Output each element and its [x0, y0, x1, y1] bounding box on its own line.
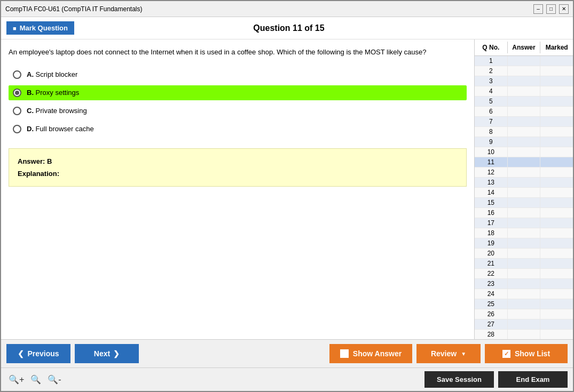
side-list-row[interactable]: 10: [475, 147, 573, 157]
side-list-row[interactable]: 25: [475, 299, 573, 309]
side-cell-marked: [540, 76, 573, 86]
side-panel-header: Q No. Answer Marked: [475, 39, 573, 56]
option-d-row[interactable]: D. Full browser cache: [9, 122, 467, 137]
side-cell-qno: 5: [475, 97, 508, 106]
side-cell-answer: [508, 259, 541, 268]
save-session-button[interactable]: Save Session: [424, 371, 494, 388]
side-cell-marked: [540, 117, 573, 126]
zoom-reset-button[interactable]: 🔍: [28, 373, 43, 386]
side-list-row[interactable]: 27: [475, 319, 573, 330]
side-list-row[interactable]: 22: [475, 269, 573, 279]
toolbar: ■ Mark Question Question 11 of 15: [1, 17, 573, 39]
side-cell-marked: [540, 309, 573, 319]
question-text: An employee's laptop does not connect to…: [9, 47, 467, 58]
option-a-text: A. Script blocker: [27, 70, 77, 78]
show-list-button[interactable]: ✓ Show List: [485, 344, 568, 363]
review-button[interactable]: Review ▼: [416, 344, 481, 363]
mark-question-button[interactable]: ■ Mark Question: [6, 21, 74, 35]
side-cell-marked: [540, 157, 573, 167]
side-cell-answer: [508, 97, 541, 106]
chevron-right-icon: [113, 349, 120, 358]
option-b-row[interactable]: B. Proxy settings: [9, 85, 467, 100]
side-cell-answer: [508, 167, 541, 177]
zoom-out-button[interactable]: 🔍-: [45, 373, 63, 386]
side-list-row[interactable]: 1: [475, 56, 573, 66]
option-c-radio[interactable]: [13, 107, 21, 115]
next-button[interactable]: Next: [75, 344, 139, 363]
side-list-row[interactable]: 9: [475, 137, 573, 147]
side-cell-qno: 10: [475, 147, 508, 157]
side-list-row[interactable]: 14: [475, 188, 573, 198]
side-list-row[interactable]: 18: [475, 228, 573, 238]
side-list-row[interactable]: 7: [475, 117, 573, 127]
app-window: CompTIA FC0-U61 (CompTIA IT Fundamentals…: [0, 0, 574, 392]
side-cell-answer: [508, 127, 541, 137]
side-cell-qno: 27: [475, 319, 508, 329]
next-label: Next: [94, 349, 110, 358]
side-list-row[interactable]: 5: [475, 97, 573, 107]
show-list-checkbox-icon: ✓: [502, 350, 510, 358]
side-cell-qno: 13: [475, 178, 508, 187]
side-cell-qno: 23: [475, 279, 508, 289]
side-cell-qno: 21: [475, 259, 508, 268]
side-list-row[interactable]: 21: [475, 259, 573, 269]
side-cell-qno: 9: [475, 137, 508, 147]
previous-button[interactable]: Previous: [6, 344, 70, 363]
side-cell-answer: [508, 188, 541, 197]
col-qno: Q No.: [475, 42, 508, 53]
window-title: CompTIA FC0-U61 (CompTIA IT Fundamentals…: [5, 5, 143, 13]
side-list[interactable]: 1234567891011121314151617181920212223242…: [475, 56, 573, 339]
option-a-radio[interactable]: [13, 70, 21, 79]
side-list-row[interactable]: 2: [475, 66, 573, 76]
side-list-row[interactable]: 12: [475, 167, 573, 178]
option-a-row[interactable]: A. Script blocker: [9, 67, 467, 82]
side-cell-marked: [540, 97, 573, 106]
side-cell-marked: [540, 238, 573, 248]
side-list-row[interactable]: 26: [475, 309, 573, 319]
end-exam-button[interactable]: End Exam: [498, 371, 568, 388]
zoom-in-button[interactable]: 🔍+: [6, 373, 26, 386]
side-cell-answer: [508, 198, 541, 207]
answer-line: Answer: B: [18, 157, 458, 165]
show-list-label: Show List: [515, 349, 550, 358]
side-list-row[interactable]: 11: [475, 157, 573, 167]
minimize-button[interactable]: –: [533, 4, 543, 14]
side-cell-qno: 14: [475, 188, 508, 197]
side-cell-qno: 17: [475, 218, 508, 228]
side-cell-marked: [540, 178, 573, 187]
close-button[interactable]: ✕: [559, 4, 569, 14]
bottom-bar: Previous Next Show Answer Review ▼ ✓ Sho…: [1, 339, 573, 367]
side-cell-qno: 11: [475, 157, 508, 167]
side-list-row[interactable]: 3: [475, 76, 573, 86]
maximize-button[interactable]: □: [546, 4, 556, 14]
side-cell-qno: 2: [475, 66, 508, 76]
option-c-row[interactable]: C. Private browsing: [9, 103, 467, 118]
side-cell-marked: [540, 319, 573, 329]
side-list-row[interactable]: 4: [475, 86, 573, 97]
side-list-row[interactable]: 13: [475, 178, 573, 188]
side-list-row[interactable]: 15: [475, 198, 573, 208]
side-list-row[interactable]: 23: [475, 279, 573, 289]
side-cell-marked: [540, 137, 573, 147]
side-list-row[interactable]: 24: [475, 289, 573, 299]
side-cell-marked: [540, 56, 573, 66]
side-list-row[interactable]: 16: [475, 208, 573, 218]
side-cell-marked: [540, 228, 573, 238]
side-list-row[interactable]: 28: [475, 330, 573, 339]
option-b-radio[interactable]: [13, 89, 21, 97]
side-list-row[interactable]: 6: [475, 107, 573, 117]
option-d-radio[interactable]: [13, 125, 21, 133]
side-cell-answer: [508, 147, 541, 157]
side-list-row[interactable]: 8: [475, 127, 573, 137]
side-list-row[interactable]: 20: [475, 249, 573, 259]
side-list-row[interactable]: 17: [475, 218, 573, 228]
side-cell-qno: 20: [475, 249, 508, 258]
side-cell-answer: [508, 330, 541, 339]
side-cell-qno: 19: [475, 238, 508, 248]
option-d-text: D. Full browser cache: [27, 125, 94, 133]
side-cell-marked: [540, 208, 573, 218]
side-list-row[interactable]: 19: [475, 238, 573, 249]
show-answer-button[interactable]: Show Answer: [329, 344, 412, 363]
bottom-action-buttons: Save Session End Exam: [424, 371, 568, 388]
side-cell-marked: [540, 289, 573, 299]
